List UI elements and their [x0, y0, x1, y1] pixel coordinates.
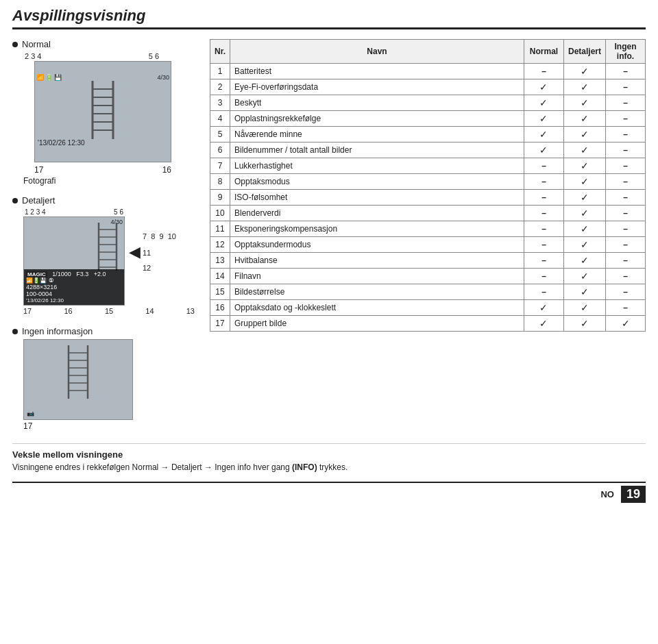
normal-num-16: 16	[162, 165, 171, 175]
table-row: 12Opptaksundermodus–✓–	[210, 237, 646, 253]
table-cell-detaljert: ✓	[563, 111, 605, 127]
normal-timestamp: '13/02/26 12:30	[38, 139, 85, 147]
table-cell-detaljert: ✓	[563, 269, 605, 284]
table-cell-navn: Nåværende minne	[230, 127, 524, 143]
table-cell-detaljert: ✓	[563, 95, 605, 111]
table-cell-navn: Opplastningsrekkefølge	[230, 111, 524, 127]
table-row: 17Gruppert bilde✓✓✓	[210, 316, 646, 332]
table-row: 16Opptaksdato og -klokkeslett✓✓–	[210, 300, 646, 316]
table-cell-nr: 8	[210, 174, 230, 190]
ingen-section-label: Ingen informasjon	[12, 326, 197, 336]
table-cell-navn: Bildenummer / totalt antall bilder	[230, 143, 524, 158]
table-cell-detaljert: ✓	[563, 190, 605, 206]
arrow-icon: ◀	[129, 243, 141, 261]
table-cell-normal: ✓	[524, 143, 563, 158]
table-cell-ingen: –	[606, 237, 646, 253]
normal-camera-preview: 📶 🔋 💾 4/30	[34, 61, 171, 162]
ingen-camera-preview: 📷	[23, 339, 133, 420]
ev-value: +2.0	[94, 271, 106, 277]
normal-nums-right: 5 6	[149, 52, 159, 60]
table-cell-nr: 10	[210, 206, 230, 221]
table-cell-nr: 6	[210, 143, 230, 158]
table-cell-ingen: –	[606, 79, 646, 95]
page-number: 19	[621, 486, 646, 503]
table-cell-nr: 4	[210, 111, 230, 127]
table-cell-ingen: –	[606, 206, 646, 221]
table-row: 7Lukkerhastighet–✓–	[210, 158, 646, 174]
bullet-ingen	[12, 329, 18, 334]
table-cell-navn: Opptaksdato og -klokkeslett	[230, 300, 524, 316]
normal-folder-badge: 4/30	[157, 74, 169, 81]
normal-num-17: 17	[34, 165, 43, 175]
col-header-navn: Navn	[230, 40, 524, 64]
normal-icons-strip: 📶 🔋 💾	[36, 74, 62, 81]
table-cell-detaljert: ✓	[563, 158, 605, 174]
ingen-label: Ingen informasjon	[22, 326, 93, 336]
detail-num-15: 15	[105, 307, 113, 315]
table-cell-ingen: –	[606, 158, 646, 174]
footer-section: Veksle mellom visningene Visningene endr…	[12, 443, 646, 472]
table-cell-navn: Lukkerhastighet	[230, 158, 524, 174]
detail-timestamp: '13/02/26 12:30	[26, 297, 122, 304]
table-cell-nr: 1	[210, 64, 230, 79]
table-cell-normal: –	[524, 158, 563, 174]
table-cell-detaljert: ✓	[563, 300, 605, 316]
table-cell-nr: 9	[210, 190, 230, 206]
ladder-svg-detail	[97, 223, 119, 271]
table-cell-detaljert: ✓	[563, 174, 605, 190]
table-cell-navn: Eye-Fi-overføringsdata	[230, 79, 524, 95]
left-column: Normal 2 3 4 5 6 📶 🔋 💾 4/30	[12, 39, 197, 431]
table-cell-ingen: –	[606, 127, 646, 143]
table-row: 5Nåværende minne✓✓–	[210, 127, 646, 143]
table-cell-normal: ✓	[524, 95, 563, 111]
table-cell-ingen: –	[606, 269, 646, 284]
table-cell-detaljert: ✓	[563, 253, 605, 269]
table-cell-detaljert: ✓	[563, 237, 605, 253]
detail-nums-left: 1 2 3 4	[25, 208, 46, 216]
bullet-detaljert	[12, 198, 18, 203]
normal-nums-left: 2 3 4	[25, 52, 41, 60]
table-cell-normal: ✓	[524, 300, 563, 316]
table-cell-normal: –	[524, 269, 563, 284]
detail-num-13: 13	[186, 307, 195, 315]
info-table-container: Nr. Navn Normal Detaljert Ingeninfo. 1Ba…	[210, 39, 646, 332]
footer-key: (INFO)	[292, 462, 317, 472]
ladder-svg-normal	[90, 81, 116, 139]
table-cell-detaljert: ✓	[563, 64, 605, 79]
table-cell-normal: –	[524, 253, 563, 269]
table-row: 9ISO-følsomhet–✓–	[210, 190, 646, 206]
card-icon: 💾	[54, 74, 62, 81]
ingen-num-17: 17	[23, 421, 197, 431]
page-number-bar: NO 19	[12, 482, 646, 503]
resolution-value: 4288×3216	[26, 284, 122, 290]
table-cell-navn: Opptaksmodus	[230, 174, 524, 190]
table-row: 13Hvitbalanse–✓–	[210, 253, 646, 269]
table-cell-detaljert: ✓	[563, 221, 605, 237]
detaljert-section: Detaljert 1 2 3 4 5 6 4/30	[12, 195, 197, 315]
table-cell-nr: 13	[210, 253, 230, 269]
wifi-icon: 📶	[36, 74, 44, 81]
footer-key-suffix: trykkes.	[319, 462, 348, 472]
table-row: 6Bildenummer / totalt antall bilder✓✓–	[210, 143, 646, 158]
table-cell-ingen: –	[606, 111, 646, 127]
detaljert-section-label: Detaljert	[12, 195, 197, 206]
table-cell-detaljert: ✓	[563, 127, 605, 143]
detaljert-label: Detaljert	[22, 195, 55, 206]
table-cell-navn: Hvitbalanse	[230, 253, 524, 269]
table-cell-normal: ✓	[524, 79, 563, 95]
table-row: 3Beskytt✓✓–	[210, 95, 646, 111]
normal-label: Normal	[22, 39, 51, 49]
table-cell-normal: –	[524, 284, 563, 300]
fotografi-label: Fotografi	[23, 176, 197, 186]
bullet-normal	[12, 42, 18, 47]
table-cell-navn: Bildestørrelse	[230, 284, 524, 300]
ingen-bottom-icon: 📷	[27, 410, 34, 417]
table-cell-normal: –	[524, 64, 563, 79]
shutter-value: 1/1000	[52, 271, 71, 277]
folder-num-value: 100-0004	[26, 290, 122, 297]
table-cell-nr: 2	[210, 79, 230, 95]
table-cell-normal: ✓	[524, 316, 563, 332]
table-cell-detaljert: ✓	[563, 284, 605, 300]
table-cell-normal: ✓	[524, 111, 563, 127]
table-cell-nr: 15	[210, 284, 230, 300]
